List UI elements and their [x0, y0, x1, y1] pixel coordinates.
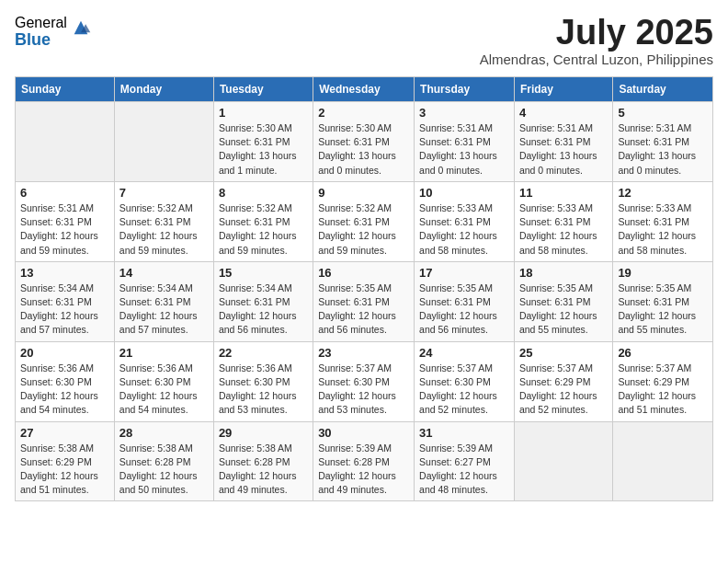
week-row-2: 6Sunrise: 5:31 AM Sunset: 6:31 PM Daylig… [16, 181, 713, 261]
day-info: Sunrise: 5:37 AM Sunset: 6:29 PM Dayligh… [519, 362, 608, 418]
day-number: 12 [618, 186, 708, 200]
day-number: 18 [519, 266, 608, 280]
day-number: 2 [318, 106, 409, 120]
day-info: Sunrise: 5:31 AM Sunset: 6:31 PM Dayligh… [519, 121, 608, 178]
day-info: Sunrise: 5:31 AM Sunset: 6:31 PM Dayligh… [419, 121, 509, 178]
day-cell: 23Sunrise: 5:37 AM Sunset: 6:30 PM Dayli… [313, 341, 415, 421]
day-number: 19 [618, 266, 708, 280]
day-number: 22 [219, 346, 308, 360]
day-cell: 6Sunrise: 5:31 AM Sunset: 6:31 PM Daylig… [16, 181, 115, 261]
header-row: SundayMondayTuesdayWednesdayThursdayFrid… [16, 77, 713, 102]
day-info: Sunrise: 5:35 AM Sunset: 6:31 PM Dayligh… [618, 282, 708, 338]
logo: General Blue [15, 15, 91, 49]
header-day-tuesday: Tuesday [213, 77, 313, 102]
header-day-monday: Monday [114, 77, 213, 102]
day-cell [114, 102, 213, 182]
day-info: Sunrise: 5:36 AM Sunset: 6:30 PM Dayligh… [119, 362, 209, 418]
day-info: Sunrise: 5:34 AM Sunset: 6:31 PM Dayligh… [119, 282, 209, 338]
day-info: Sunrise: 5:30 AM Sunset: 6:31 PM Dayligh… [318, 121, 409, 178]
day-number: 13 [20, 266, 109, 280]
day-info: Sunrise: 5:31 AM Sunset: 6:31 PM Dayligh… [20, 201, 109, 258]
day-number: 15 [219, 266, 308, 280]
day-number: 29 [219, 426, 308, 440]
logo-blue: Blue [15, 31, 67, 50]
day-number: 10 [419, 186, 509, 200]
day-info: Sunrise: 5:33 AM Sunset: 6:31 PM Dayligh… [419, 201, 509, 258]
day-number: 1 [219, 106, 308, 120]
header-day-wednesday: Wednesday [313, 77, 415, 102]
day-cell: 27Sunrise: 5:38 AM Sunset: 6:29 PM Dayli… [16, 421, 115, 501]
day-number: 9 [318, 186, 409, 200]
day-number: 30 [318, 426, 409, 440]
day-number: 16 [318, 266, 409, 280]
day-info: Sunrise: 5:35 AM Sunset: 6:31 PM Dayligh… [318, 282, 409, 338]
day-number: 21 [119, 346, 209, 360]
day-number: 17 [419, 266, 509, 280]
day-info: Sunrise: 5:32 AM Sunset: 6:31 PM Dayligh… [318, 201, 409, 258]
week-row-1: 1Sunrise: 5:30 AM Sunset: 6:31 PM Daylig… [16, 102, 713, 182]
day-cell: 15Sunrise: 5:34 AM Sunset: 6:31 PM Dayli… [213, 261, 313, 341]
day-cell [613, 421, 713, 501]
day-number: 8 [219, 186, 308, 200]
day-cell: 9Sunrise: 5:32 AM Sunset: 6:31 PM Daylig… [313, 181, 415, 261]
day-number: 14 [119, 266, 209, 280]
day-info: Sunrise: 5:37 AM Sunset: 6:30 PM Dayligh… [318, 362, 409, 418]
day-info: Sunrise: 5:37 AM Sunset: 6:30 PM Dayligh… [419, 362, 509, 418]
day-cell: 7Sunrise: 5:32 AM Sunset: 6:31 PM Daylig… [114, 181, 213, 261]
week-row-3: 13Sunrise: 5:34 AM Sunset: 6:31 PM Dayli… [16, 261, 713, 341]
day-cell: 1Sunrise: 5:30 AM Sunset: 6:31 PM Daylig… [213, 102, 313, 182]
calendar-header: SundayMondayTuesdayWednesdayThursdayFrid… [16, 77, 713, 102]
day-cell: 22Sunrise: 5:36 AM Sunset: 6:30 PM Dayli… [213, 341, 313, 421]
day-info: Sunrise: 5:39 AM Sunset: 6:28 PM Dayligh… [318, 442, 409, 498]
calendar-table: SundayMondayTuesdayWednesdayThursdayFrid… [15, 76, 713, 501]
page-header: General Blue July 2025 Almendras, Centra… [15, 15, 713, 67]
day-info: Sunrise: 5:37 AM Sunset: 6:29 PM Dayligh… [618, 362, 708, 418]
day-cell: 11Sunrise: 5:33 AM Sunset: 6:31 PM Dayli… [514, 181, 612, 261]
day-cell: 31Sunrise: 5:39 AM Sunset: 6:27 PM Dayli… [415, 421, 515, 501]
day-cell: 14Sunrise: 5:34 AM Sunset: 6:31 PM Dayli… [114, 261, 213, 341]
location-title: Almendras, Central Luzon, Philippines [480, 52, 713, 67]
month-title: July 2025 [480, 15, 713, 50]
day-cell: 18Sunrise: 5:35 AM Sunset: 6:31 PM Dayli… [514, 261, 612, 341]
day-cell: 24Sunrise: 5:37 AM Sunset: 6:30 PM Dayli… [415, 341, 515, 421]
day-info: Sunrise: 5:32 AM Sunset: 6:31 PM Dayligh… [219, 201, 308, 258]
day-info: Sunrise: 5:39 AM Sunset: 6:27 PM Dayligh… [419, 442, 509, 498]
calendar-body: 1Sunrise: 5:30 AM Sunset: 6:31 PM Daylig… [16, 102, 713, 501]
day-number: 23 [318, 346, 409, 360]
week-row-4: 20Sunrise: 5:36 AM Sunset: 6:30 PM Dayli… [16, 341, 713, 421]
header-day-sunday: Sunday [16, 77, 115, 102]
day-cell: 2Sunrise: 5:30 AM Sunset: 6:31 PM Daylig… [313, 102, 415, 182]
header-day-saturday: Saturday [613, 77, 713, 102]
day-info: Sunrise: 5:35 AM Sunset: 6:31 PM Dayligh… [419, 282, 509, 338]
day-cell: 16Sunrise: 5:35 AM Sunset: 6:31 PM Dayli… [313, 261, 415, 341]
header-day-friday: Friday [514, 77, 612, 102]
day-cell: 3Sunrise: 5:31 AM Sunset: 6:31 PM Daylig… [415, 102, 515, 182]
day-info: Sunrise: 5:38 AM Sunset: 6:28 PM Dayligh… [219, 442, 308, 498]
day-info: Sunrise: 5:38 AM Sunset: 6:28 PM Dayligh… [119, 442, 209, 498]
day-number: 26 [618, 346, 708, 360]
day-info: Sunrise: 5:35 AM Sunset: 6:31 PM Dayligh… [519, 282, 608, 338]
day-cell: 10Sunrise: 5:33 AM Sunset: 6:31 PM Dayli… [415, 181, 515, 261]
day-number: 25 [519, 346, 608, 360]
day-info: Sunrise: 5:33 AM Sunset: 6:31 PM Dayligh… [519, 201, 608, 258]
header-day-thursday: Thursday [415, 77, 515, 102]
day-info: Sunrise: 5:33 AM Sunset: 6:31 PM Dayligh… [618, 201, 708, 258]
day-cell: 25Sunrise: 5:37 AM Sunset: 6:29 PM Dayli… [514, 341, 612, 421]
day-cell: 17Sunrise: 5:35 AM Sunset: 6:31 PM Dayli… [415, 261, 515, 341]
day-cell [16, 102, 115, 182]
day-info: Sunrise: 5:38 AM Sunset: 6:29 PM Dayligh… [20, 442, 109, 498]
day-info: Sunrise: 5:32 AM Sunset: 6:31 PM Dayligh… [119, 201, 209, 258]
day-number: 31 [419, 426, 509, 440]
day-cell: 29Sunrise: 5:38 AM Sunset: 6:28 PM Dayli… [213, 421, 313, 501]
day-number: 5 [618, 106, 708, 120]
day-cell: 12Sunrise: 5:33 AM Sunset: 6:31 PM Dayli… [613, 181, 713, 261]
day-number: 28 [119, 426, 209, 440]
day-number: 6 [20, 186, 109, 200]
day-cell: 26Sunrise: 5:37 AM Sunset: 6:29 PM Dayli… [613, 341, 713, 421]
day-cell: 30Sunrise: 5:39 AM Sunset: 6:28 PM Dayli… [313, 421, 415, 501]
day-cell: 20Sunrise: 5:36 AM Sunset: 6:30 PM Dayli… [16, 341, 115, 421]
day-info: Sunrise: 5:36 AM Sunset: 6:30 PM Dayligh… [219, 362, 308, 418]
day-info: Sunrise: 5:30 AM Sunset: 6:31 PM Dayligh… [219, 121, 308, 178]
logo-icon [71, 17, 91, 38]
day-cell [514, 421, 612, 501]
